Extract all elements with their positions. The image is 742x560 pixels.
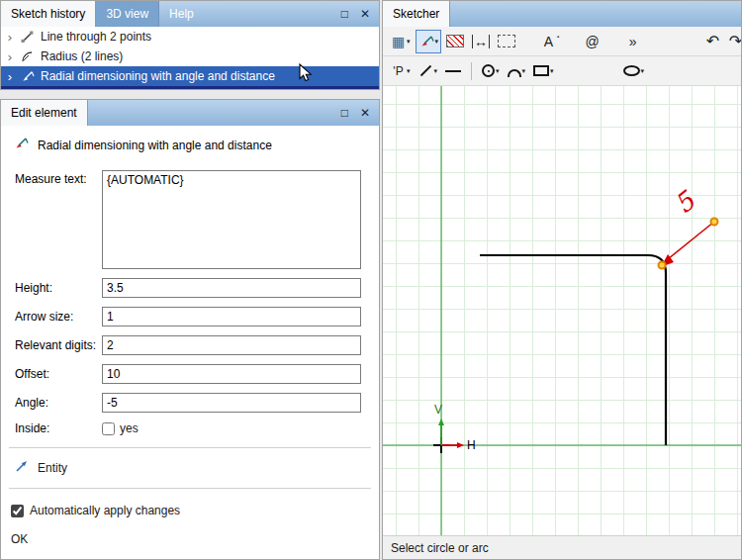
line-tool-icon bbox=[418, 63, 433, 78]
point-tool-icon: 'P bbox=[391, 65, 406, 77]
polyline-tool-button[interactable] bbox=[442, 59, 464, 83]
expander-chevron-icon[interactable]: › bbox=[5, 70, 15, 83]
history-item-label: Radius (2 lines) bbox=[41, 49, 123, 63]
symbol-tool-button[interactable]: @ bbox=[582, 30, 603, 53]
dimension-toolbar: ▦ ▾ ▾ ↔ A ▪ bbox=[383, 27, 741, 56]
expander-chevron-icon[interactable]: › bbox=[5, 50, 15, 63]
circle-tool-button[interactable]: ▾ bbox=[479, 59, 503, 83]
ok-button[interactable]: OK bbox=[11, 532, 379, 546]
text-annotation-tool-button[interactable]: A ▪ bbox=[538, 30, 562, 53]
rectangle-tool-button[interactable]: ▾ bbox=[530, 59, 557, 83]
radial-dimension-icon bbox=[418, 34, 434, 49]
radial-dimension-annotation[interactable]: 5 bbox=[661, 185, 714, 267]
tab-sketcher[interactable]: Sketcher bbox=[383, 1, 450, 27]
tab-help[interactable]: Help bbox=[159, 1, 204, 27]
angle-field-row: Angle: bbox=[15, 393, 361, 413]
chevron-down-icon: ▾ bbox=[550, 67, 554, 75]
offset-field-row: Offset: bbox=[15, 364, 361, 384]
toolbar-overflow-button[interactable]: » bbox=[622, 30, 643, 53]
arc-attachment-handle[interactable] bbox=[659, 262, 666, 269]
hatch-tool-button[interactable] bbox=[443, 30, 467, 53]
inside-checkbox-label: yes bbox=[120, 421, 139, 435]
linear-dimension-tool-button[interactable]: ↔ bbox=[469, 30, 493, 53]
drawing-canvas[interactable]: 5 H V bbox=[383, 86, 741, 535]
line-tool-button[interactable]: ▾ bbox=[416, 59, 441, 83]
sketcher-panel: Sketcher ▦ ▾ ▾ ↔ bbox=[382, 0, 742, 560]
arrow-size-label: Arrow size: bbox=[15, 310, 102, 324]
tab-3d-view[interactable]: 3D view bbox=[96, 1, 159, 27]
entity-row[interactable]: Entity bbox=[15, 460, 379, 476]
mouse-cursor bbox=[299, 63, 313, 86]
undo-button[interactable]: ↶ bbox=[702, 30, 723, 53]
undo-icon: ↶ bbox=[705, 34, 720, 49]
sketch-profile[interactable] bbox=[480, 255, 666, 445]
sketcher-titlebar: Sketcher bbox=[383, 1, 741, 27]
edit-titlebar: Edit element □ ✕ bbox=[1, 100, 379, 126]
height-input[interactable] bbox=[102, 278, 361, 298]
tab-sketch-history[interactable]: Sketch history bbox=[1, 1, 96, 27]
status-bar: Select circle or arc bbox=[383, 535, 741, 559]
arrow-size-field-row: Arrow size: bbox=[15, 307, 361, 327]
ellipse-icon bbox=[623, 65, 640, 76]
redo-button[interactable]: ↷ bbox=[725, 30, 741, 53]
h-axis-label: H bbox=[467, 438, 476, 452]
relevant-digits-input[interactable] bbox=[102, 335, 361, 355]
offset-label: Offset: bbox=[15, 367, 102, 381]
chevron-down-icon: ▾ bbox=[522, 67, 526, 75]
close-icon[interactable]: ✕ bbox=[360, 7, 370, 21]
line-icon bbox=[20, 30, 36, 45]
close-icon[interactable]: ✕ bbox=[360, 106, 370, 120]
draw-toolbar: 'P ▾ ▾ ▾ ▾ ▾ bbox=[383, 56, 741, 86]
edit-element-panel: Edit element □ ✕ Radial dimensioning wit… bbox=[0, 99, 380, 560]
auto-apply-label: Automatically apply changes bbox=[30, 504, 180, 517]
hatch-icon bbox=[446, 35, 464, 47]
divider bbox=[9, 488, 371, 489]
inside-checkbox[interactable] bbox=[102, 422, 115, 435]
arrow-size-input[interactable] bbox=[102, 307, 361, 327]
history-item-radius[interactable]: › Radius (2 lines) bbox=[1, 47, 379, 66]
relevant-digits-field-row: Relevant digits: bbox=[15, 335, 361, 355]
offset-input[interactable] bbox=[102, 364, 361, 384]
history-item-label: Radial dimensioning with angle and dista… bbox=[41, 69, 275, 83]
v-axis-label: V bbox=[434, 403, 442, 417]
angle-input[interactable] bbox=[102, 393, 361, 413]
rectangle-icon bbox=[533, 65, 549, 76]
point-tool-button[interactable]: 'P ▾ bbox=[388, 59, 414, 83]
origin-marker: H V bbox=[433, 403, 476, 453]
auto-apply-checkbox[interactable] bbox=[11, 505, 24, 517]
ellipse-tool-button[interactable]: ▾ bbox=[620, 59, 648, 83]
radial-dimension-tool-button[interactable]: ▾ bbox=[416, 30, 442, 53]
selection-box-tool-button[interactable] bbox=[495, 30, 518, 53]
chevron-down-icon: ▾ bbox=[407, 67, 411, 75]
measure-text-input[interactable]: {AUTOMATIC} bbox=[102, 170, 361, 269]
window-buttons: □ ✕ bbox=[341, 100, 379, 126]
measure-text-field-row: Measure text: {AUTOMATIC} bbox=[15, 170, 361, 269]
dimension-style-list-icon: ▦ bbox=[391, 35, 406, 48]
relevant-digits-label: Relevant digits: bbox=[15, 338, 102, 352]
linear-dimension-icon: ↔ bbox=[472, 35, 490, 48]
history-item-radial-dimensioning[interactable]: › Radial dimensioning with angle and dis… bbox=[1, 66, 379, 86]
redo-icon: ↷ bbox=[728, 34, 741, 49]
chevron-down-icon: ▾ bbox=[407, 38, 411, 46]
height-label: Height: bbox=[15, 281, 102, 295]
tab-edit-element[interactable]: Edit element bbox=[1, 100, 88, 126]
angle-label: Angle: bbox=[15, 396, 102, 410]
status-text: Select circle or arc bbox=[391, 541, 489, 555]
entity-label: Entity bbox=[38, 461, 67, 475]
inside-label: Inside: bbox=[15, 421, 102, 435]
text-annotation-icon: A bbox=[541, 35, 556, 48]
chevron-down-icon: ▾ bbox=[641, 67, 645, 75]
history-item-line[interactable]: › Line through 2 points bbox=[1, 27, 379, 47]
annotation-badge-icon: ▪ bbox=[557, 34, 559, 40]
window-buttons: □ ✕ bbox=[341, 1, 379, 27]
expander-chevron-icon[interactable]: › bbox=[5, 31, 15, 44]
maximize-icon[interactable]: □ bbox=[341, 7, 348, 21]
arc-tool-button[interactable]: ▾ bbox=[505, 59, 529, 83]
history-item-label: Line through 2 points bbox=[41, 30, 151, 44]
tool-header: Radial dimensioning with angle and dista… bbox=[13, 136, 379, 154]
dimension-style-list-button[interactable]: ▦ ▾ bbox=[388, 30, 414, 53]
v-axis-arrow-icon bbox=[438, 419, 444, 425]
maximize-icon[interactable]: □ bbox=[341, 106, 348, 120]
horizontal-line-icon bbox=[445, 70, 461, 72]
dimension-handle[interactable] bbox=[711, 219, 718, 226]
